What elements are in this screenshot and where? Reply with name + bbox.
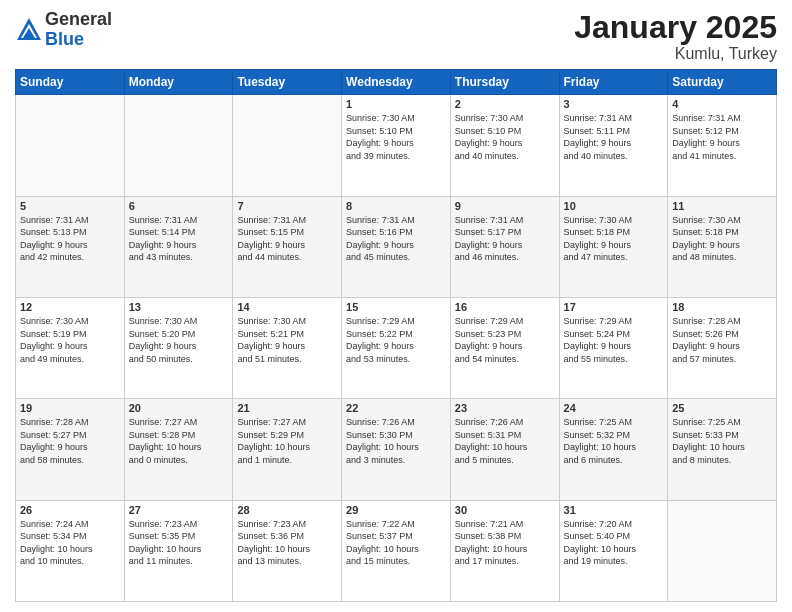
cell-content: Sunrise: 7:29 AM Sunset: 5:23 PM Dayligh… <box>455 315 555 365</box>
cell-content: Sunrise: 7:20 AM Sunset: 5:40 PM Dayligh… <box>564 518 664 568</box>
day-number: 12 <box>20 301 120 313</box>
logo-general-text: General <box>45 10 112 30</box>
cell-content: Sunrise: 7:30 AM Sunset: 5:19 PM Dayligh… <box>20 315 120 365</box>
day-header-wednesday: Wednesday <box>342 70 451 95</box>
cell-content: Sunrise: 7:30 AM Sunset: 5:10 PM Dayligh… <box>455 112 555 162</box>
calendar-cell: 5Sunrise: 7:31 AM Sunset: 5:13 PM Daylig… <box>16 196 125 297</box>
calendar-cell: 24Sunrise: 7:25 AM Sunset: 5:32 PM Dayli… <box>559 399 668 500</box>
day-header-thursday: Thursday <box>450 70 559 95</box>
cell-content: Sunrise: 7:31 AM Sunset: 5:16 PM Dayligh… <box>346 214 446 264</box>
day-number: 26 <box>20 504 120 516</box>
calendar-cell: 2Sunrise: 7:30 AM Sunset: 5:10 PM Daylig… <box>450 95 559 196</box>
day-number: 4 <box>672 98 772 110</box>
cell-content: Sunrise: 7:31 AM Sunset: 5:11 PM Dayligh… <box>564 112 664 162</box>
cell-content: Sunrise: 7:31 AM Sunset: 5:15 PM Dayligh… <box>237 214 337 264</box>
cell-content: Sunrise: 7:26 AM Sunset: 5:31 PM Dayligh… <box>455 416 555 466</box>
day-number: 23 <box>455 402 555 414</box>
calendar-cell: 21Sunrise: 7:27 AM Sunset: 5:29 PM Dayli… <box>233 399 342 500</box>
day-number: 21 <box>237 402 337 414</box>
week-row-4: 19Sunrise: 7:28 AM Sunset: 5:27 PM Dayli… <box>16 399 777 500</box>
calendar-cell <box>233 95 342 196</box>
page-title: January 2025 <box>574 10 777 45</box>
day-number: 15 <box>346 301 446 313</box>
day-header-saturday: Saturday <box>668 70 777 95</box>
day-number: 30 <box>455 504 555 516</box>
cell-content: Sunrise: 7:30 AM Sunset: 5:10 PM Dayligh… <box>346 112 446 162</box>
calendar-cell: 13Sunrise: 7:30 AM Sunset: 5:20 PM Dayli… <box>124 297 233 398</box>
cell-content: Sunrise: 7:22 AM Sunset: 5:37 PM Dayligh… <box>346 518 446 568</box>
calendar-cell: 1Sunrise: 7:30 AM Sunset: 5:10 PM Daylig… <box>342 95 451 196</box>
day-number: 28 <box>237 504 337 516</box>
day-number: 17 <box>564 301 664 313</box>
logo-text: General Blue <box>45 10 112 50</box>
day-number: 6 <box>129 200 229 212</box>
cell-content: Sunrise: 7:30 AM Sunset: 5:18 PM Dayligh… <box>564 214 664 264</box>
day-number: 19 <box>20 402 120 414</box>
page-subtitle: Kumlu, Turkey <box>574 45 777 63</box>
calendar-cell: 3Sunrise: 7:31 AM Sunset: 5:11 PM Daylig… <box>559 95 668 196</box>
cell-content: Sunrise: 7:30 AM Sunset: 5:20 PM Dayligh… <box>129 315 229 365</box>
cell-content: Sunrise: 7:27 AM Sunset: 5:28 PM Dayligh… <box>129 416 229 466</box>
day-header-sunday: Sunday <box>16 70 125 95</box>
day-number: 14 <box>237 301 337 313</box>
day-number: 5 <box>20 200 120 212</box>
cell-content: Sunrise: 7:28 AM Sunset: 5:27 PM Dayligh… <box>20 416 120 466</box>
calendar-cell: 28Sunrise: 7:23 AM Sunset: 5:36 PM Dayli… <box>233 500 342 601</box>
cell-content: Sunrise: 7:23 AM Sunset: 5:36 PM Dayligh… <box>237 518 337 568</box>
logo-icon <box>15 16 43 44</box>
calendar-cell: 31Sunrise: 7:20 AM Sunset: 5:40 PM Dayli… <box>559 500 668 601</box>
day-number: 24 <box>564 402 664 414</box>
cell-content: Sunrise: 7:29 AM Sunset: 5:22 PM Dayligh… <box>346 315 446 365</box>
cell-content: Sunrise: 7:25 AM Sunset: 5:33 PM Dayligh… <box>672 416 772 466</box>
day-number: 18 <box>672 301 772 313</box>
calendar-cell <box>124 95 233 196</box>
logo-blue-text: Blue <box>45 30 112 50</box>
page: General Blue January 2025 Kumlu, Turkey … <box>0 0 792 612</box>
day-number: 31 <box>564 504 664 516</box>
calendar-cell: 30Sunrise: 7:21 AM Sunset: 5:38 PM Dayli… <box>450 500 559 601</box>
calendar-cell: 12Sunrise: 7:30 AM Sunset: 5:19 PM Dayli… <box>16 297 125 398</box>
cell-content: Sunrise: 7:27 AM Sunset: 5:29 PM Dayligh… <box>237 416 337 466</box>
day-number: 20 <box>129 402 229 414</box>
header-row: SundayMondayTuesdayWednesdayThursdayFrid… <box>16 70 777 95</box>
calendar-cell: 11Sunrise: 7:30 AM Sunset: 5:18 PM Dayli… <box>668 196 777 297</box>
day-number: 22 <box>346 402 446 414</box>
cell-content: Sunrise: 7:30 AM Sunset: 5:21 PM Dayligh… <box>237 315 337 365</box>
calendar-cell: 19Sunrise: 7:28 AM Sunset: 5:27 PM Dayli… <box>16 399 125 500</box>
calendar-cell <box>668 500 777 601</box>
day-number: 13 <box>129 301 229 313</box>
day-number: 11 <box>672 200 772 212</box>
cell-content: Sunrise: 7:31 AM Sunset: 5:12 PM Dayligh… <box>672 112 772 162</box>
week-row-3: 12Sunrise: 7:30 AM Sunset: 5:19 PM Dayli… <box>16 297 777 398</box>
calendar-cell: 25Sunrise: 7:25 AM Sunset: 5:33 PM Dayli… <box>668 399 777 500</box>
cell-content: Sunrise: 7:25 AM Sunset: 5:32 PM Dayligh… <box>564 416 664 466</box>
calendar-cell: 15Sunrise: 7:29 AM Sunset: 5:22 PM Dayli… <box>342 297 451 398</box>
calendar-body: 1Sunrise: 7:30 AM Sunset: 5:10 PM Daylig… <box>16 95 777 602</box>
day-number: 16 <box>455 301 555 313</box>
calendar: SundayMondayTuesdayWednesdayThursdayFrid… <box>15 69 777 602</box>
calendar-cell: 22Sunrise: 7:26 AM Sunset: 5:30 PM Dayli… <box>342 399 451 500</box>
day-header-tuesday: Tuesday <box>233 70 342 95</box>
calendar-cell: 10Sunrise: 7:30 AM Sunset: 5:18 PM Dayli… <box>559 196 668 297</box>
cell-content: Sunrise: 7:26 AM Sunset: 5:30 PM Dayligh… <box>346 416 446 466</box>
calendar-cell: 7Sunrise: 7:31 AM Sunset: 5:15 PM Daylig… <box>233 196 342 297</box>
cell-content: Sunrise: 7:29 AM Sunset: 5:24 PM Dayligh… <box>564 315 664 365</box>
calendar-cell: 4Sunrise: 7:31 AM Sunset: 5:12 PM Daylig… <box>668 95 777 196</box>
calendar-cell <box>16 95 125 196</box>
cell-content: Sunrise: 7:31 AM Sunset: 5:14 PM Dayligh… <box>129 214 229 264</box>
calendar-header: SundayMondayTuesdayWednesdayThursdayFrid… <box>16 70 777 95</box>
calendar-cell: 18Sunrise: 7:28 AM Sunset: 5:26 PM Dayli… <box>668 297 777 398</box>
week-row-1: 1Sunrise: 7:30 AM Sunset: 5:10 PM Daylig… <box>16 95 777 196</box>
day-number: 2 <box>455 98 555 110</box>
calendar-cell: 20Sunrise: 7:27 AM Sunset: 5:28 PM Dayli… <box>124 399 233 500</box>
cell-content: Sunrise: 7:23 AM Sunset: 5:35 PM Dayligh… <box>129 518 229 568</box>
day-header-monday: Monday <box>124 70 233 95</box>
day-number: 9 <box>455 200 555 212</box>
calendar-cell: 27Sunrise: 7:23 AM Sunset: 5:35 PM Dayli… <box>124 500 233 601</box>
day-number: 10 <box>564 200 664 212</box>
week-row-2: 5Sunrise: 7:31 AM Sunset: 5:13 PM Daylig… <box>16 196 777 297</box>
calendar-cell: 23Sunrise: 7:26 AM Sunset: 5:31 PM Dayli… <box>450 399 559 500</box>
cell-content: Sunrise: 7:31 AM Sunset: 5:17 PM Dayligh… <box>455 214 555 264</box>
calendar-cell: 8Sunrise: 7:31 AM Sunset: 5:16 PM Daylig… <box>342 196 451 297</box>
cell-content: Sunrise: 7:21 AM Sunset: 5:38 PM Dayligh… <box>455 518 555 568</box>
